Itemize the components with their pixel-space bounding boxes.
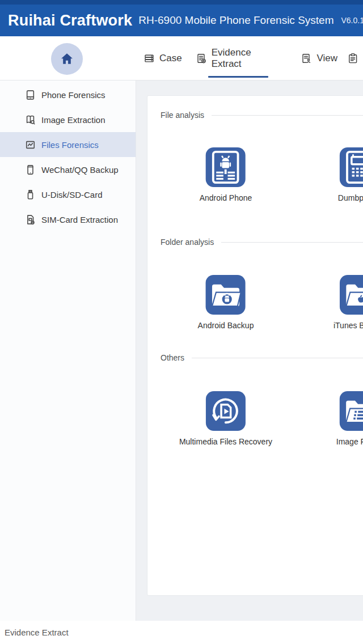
tile-android-phone[interactable]: Android Phone [200, 147, 252, 202]
main-panel: File analysis [136, 80, 363, 621]
view-icon [301, 53, 312, 64]
status-text: Evidence Extract [5, 628, 69, 637]
tile-row: Android Phone [161, 147, 363, 205]
tile-dumbphone[interactable]: Dumbphone [338, 147, 363, 202]
case-icon [143, 53, 155, 64]
udisk-sdcard-icon [25, 189, 36, 200]
sidebar-item-sim-card-extraction[interactable]: SIM-Card Extraction [0, 207, 136, 232]
status-bar: Evidence Extract [0, 621, 363, 644]
section-header: Others [161, 353, 363, 363]
brand-name: Ruihai Craftwork [8, 12, 132, 29]
section-folder-analysis: Folder analysis [161, 237, 363, 333]
tile-multimedia-files-recovery[interactable]: Multimedia Files Recovery [179, 391, 272, 446]
sidebar-item-label: U-Disk/SD-Card [41, 190, 103, 200]
sidebar-item-label: Phone Forensics [41, 90, 105, 100]
section-title: Others [161, 353, 184, 363]
product-title: RH-6900 Mobile Phone Forensic System [138, 14, 334, 27]
tile-image-folder[interactable]: Image Folder [336, 391, 363, 446]
tab-view[interactable]: View [301, 53, 337, 64]
home-button[interactable] [51, 43, 83, 75]
phone-forensics-icon [25, 90, 36, 100]
android-phone-icon [206, 147, 246, 187]
tile-label: Image Folder [336, 437, 363, 446]
tab-clipped-right[interactable] [347, 53, 363, 64]
version-label: V6.0.1 [341, 16, 363, 25]
tile-row: Android Backup iTunes Bac [161, 275, 363, 333]
sidebar-item-label: SIM-Card Extraction [41, 215, 118, 224]
sidebar-item-udisk-sdcard[interactable]: U-Disk/SD-Card [0, 182, 136, 207]
itunes-backup-icon [340, 275, 363, 315]
section-header: File analysis [161, 110, 363, 120]
tab-case-label: Case [159, 53, 182, 64]
tile-label: Multimedia Files Recovery [179, 437, 272, 446]
section-others: Others Multimedia Files [161, 353, 363, 449]
app-title-bar: Ruihai Craftwork RH-6900 Mobile Phone Fo… [0, 5, 363, 36]
home-icon [60, 52, 74, 66]
content-area: Phone Forensics Image Extraction Files F… [0, 80, 363, 621]
sidebar: Phone Forensics Image Extraction Files F… [0, 80, 136, 621]
image-extraction-icon [25, 115, 36, 125]
launcher-card: File analysis [147, 95, 363, 596]
tile-row: Multimedia Files Recovery [161, 391, 363, 449]
section-file-analysis: File analysis [161, 110, 363, 205]
tile-label: Android Phone [200, 193, 252, 202]
tab-evidence-extract[interactable]: Evidence Extract [196, 47, 281, 70]
sidebar-item-files-forensics[interactable]: Files Forensics [0, 132, 136, 157]
sidebar-item-label: Image Extraction [41, 115, 105, 125]
sidebar-item-image-extraction[interactable]: Image Extraction [0, 107, 136, 132]
sidebar-item-label: WeChat/QQ Backup [41, 165, 119, 175]
tile-label: Android Backup [198, 321, 254, 330]
tile-label: iTunes Backup [334, 321, 363, 330]
sidebar-item-label: Files Forensics [41, 140, 99, 150]
sidebar-item-phone-forensics[interactable]: Phone Forensics [0, 82, 136, 107]
evidence-extract-icon [196, 53, 207, 64]
files-forensics-icon [25, 139, 36, 150]
tab-bar: Case Evidence Extract View [0, 36, 363, 80]
section-divider [192, 358, 363, 358]
wechat-qq-backup-icon [25, 164, 36, 175]
multimedia-recovery-icon [206, 391, 246, 431]
section-divider [212, 115, 363, 116]
tile-itunes-backup[interactable]: iTunes Backup [334, 275, 363, 330]
tab-evidence-extract-label: Evidence Extract [212, 47, 281, 70]
section-title: File analysis [161, 110, 204, 120]
sidebar-item-wechat-qq-backup[interactable]: WeChat/QQ Backup [0, 157, 136, 182]
tile-android-backup[interactable]: Android Backup [198, 275, 254, 330]
section-divider [221, 242, 363, 243]
clipboard-icon [347, 53, 358, 64]
tab-list: Case Evidence Extract View [143, 36, 363, 80]
section-title: Folder analysis [161, 237, 214, 247]
tab-case[interactable]: Case [143, 53, 182, 64]
sim-card-icon [25, 214, 36, 225]
tile-label: Dumbphone [338, 193, 363, 202]
image-folder-icon [340, 391, 363, 431]
android-backup-icon [206, 275, 246, 315]
tab-view-label: View [316, 53, 337, 64]
window-top-strip [0, 0, 363, 5]
dumbphone-icon [340, 147, 363, 187]
section-header: Folder analysis [161, 237, 363, 247]
